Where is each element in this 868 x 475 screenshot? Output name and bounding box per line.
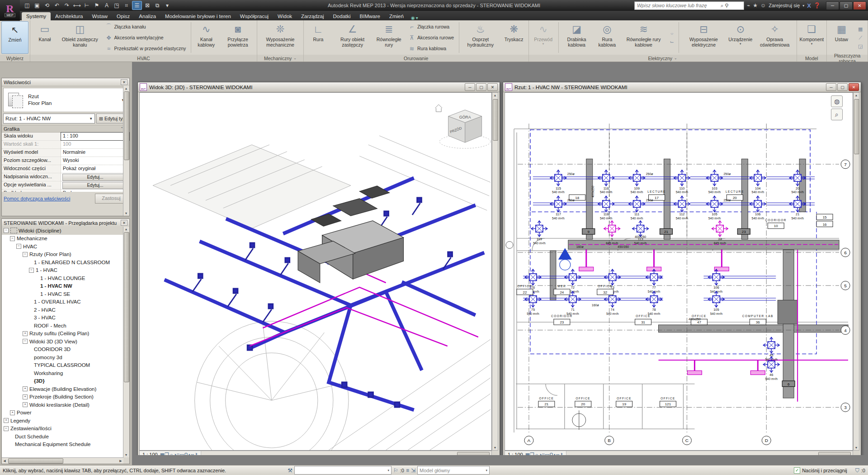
reference-plane-button[interactable]: ⟋: [856, 34, 864, 41]
duct-placeholder-button[interactable]: ◫Obiekt zastępczy kanału: [59, 21, 101, 54]
collapse-icon[interactable]: −: [23, 339, 28, 344]
unlock-view-icon[interactable]: ⚷: [194, 452, 198, 456]
riser-tag[interactable]: 9: [582, 228, 595, 234]
tree-item[interactable]: +Elewacje (Building Elevation): [2, 385, 123, 393]
close-icon[interactable]: ✕: [121, 220, 127, 226]
cable-tray-button[interactable]: ◪Drabinka kablowa: [560, 21, 593, 54]
view-window-plan-titlebar[interactable]: RVT Rzut: 1 - HVAC NW - STEROWANIE WIDOK…: [503, 82, 861, 92]
expand-icon[interactable]: +: [23, 394, 28, 399]
tree-item[interactable]: 3 - HVAC: [2, 314, 123, 322]
flex-pipe-button[interactable]: ≋Rura kablowa: [407, 44, 455, 53]
room-tag[interactable]: OFFICE121: [660, 397, 676, 407]
supply-air-terminal[interactable]: 110540 m³/h: [674, 170, 690, 194]
tree-item[interactable]: Mechanical Equipment Schedule: [2, 441, 123, 449]
graphics-section-header[interactable]: Grafika ⌃ ⌄: [2, 125, 129, 133]
riser-tag[interactable]: 21: [660, 228, 673, 234]
communication-center-icon[interactable]: ⌁: [747, 2, 750, 9]
filter-icon[interactable]: ⛉: [855, 467, 859, 474]
supply-air-terminal[interactable]: 119540 m³/h: [531, 221, 547, 245]
close-view-button[interactable]: ✕: [849, 83, 859, 91]
set-workplane-button[interactable]: ▦Ustaw: [828, 21, 854, 54]
zoom-button[interactable]: ⌕: [831, 109, 843, 120]
tree-item[interactable]: −HVAC: [2, 242, 123, 251]
active-workset-select[interactable]: ▾: [294, 466, 392, 475]
shadows-icon[interactable]: ◑: [174, 452, 177, 456]
tree-item[interactable]: −Zestawienia/Ilości: [2, 425, 123, 433]
viewcube[interactable]: GÓRA PRZÓD: [435, 104, 491, 148]
editable-only-icon[interactable]: ⚐: [393, 467, 398, 474]
room-tag[interactable]: OFFICE21: [538, 397, 555, 407]
open-icon[interactable]: ◫: [23, 1, 32, 10]
tree-item[interactable]: −Mechaniczne: [2, 235, 123, 243]
temporary-hide-isolate-icon[interactable]: ◖: [188, 452, 191, 456]
tree-item[interactable]: +Power: [2, 409, 123, 417]
duct-fitting-button[interactable]: ⌒Złączka kanału: [104, 22, 188, 31]
plan-pipes[interactable]: [569, 245, 848, 402]
keyword-icon[interactable]: ⚲: [725, 3, 728, 9]
tree-item[interactable]: 1 - HVAC NW: [2, 282, 123, 290]
signin-dropdown-icon[interactable]: ▾: [802, 4, 804, 8]
type-selector[interactable]: Rzut Floor Plan ▼: [3, 88, 128, 112]
supply-air-terminal[interactable]: 115540 m³/h: [550, 170, 566, 194]
panel-label-mechaniczny[interactable]: Mechaniczny⌄: [257, 55, 303, 62]
room-tag[interactable]: OFFICE31: [635, 315, 651, 325]
unlock-view-icon[interactable]: ⚷: [560, 452, 563, 456]
tab-współpracuj[interactable]: Współpracuj: [236, 12, 273, 20]
tab-options-dropdown[interactable]: ◉▾: [411, 15, 418, 20]
electrical-equipment-button[interactable]: ⊟Wyposażenie elektryczne: [681, 21, 726, 54]
room-tag[interactable]: COMPUTER LAB36: [742, 315, 774, 325]
tab-systemy[interactable]: Systemy: [22, 12, 51, 20]
plan-vscrollbar[interactable]: ▲▼: [853, 92, 859, 451]
tab-dodatki[interactable]: Dodatki: [329, 12, 355, 20]
room-tag[interactable]: 16: [816, 221, 833, 227]
application-menu-button[interactable]: R MEP: [0, 0, 20, 21]
supply-air-terminal[interactable]: 78540 m³/h: [646, 291, 662, 315]
plan-hscrollbar[interactable]: [566, 451, 853, 455]
riser-tag[interactable]: 6: [782, 381, 795, 387]
tree-item[interactable]: 1 - HVAC LOUNGE: [2, 274, 123, 282]
restore-view-button[interactable]: ▢: [837, 83, 848, 91]
thin-lines-icon[interactable]: ☰: [132, 1, 142, 10]
view3d-vscrollbar[interactable]: ▲▼: [492, 92, 498, 451]
supply-air-terminal[interactable]: 109540 m³/h: [629, 170, 645, 194]
tree-item[interactable]: Duct Schedule: [2, 432, 123, 441]
room-tag[interactable]: COORIDOR10: [765, 218, 787, 229]
view3d-hscrollbar[interactable]: [201, 451, 491, 455]
properties-scrollbar[interactable]: ▲▼: [123, 86, 129, 216]
favorites-icon[interactable]: ★: [753, 2, 758, 9]
shadows-icon[interactable]: ◑: [539, 452, 542, 456]
aligned-dimension-icon[interactable]: ⊢: [82, 1, 91, 10]
supply-air-terminal[interactable]: 117540 m³/h: [550, 196, 566, 220]
panel-label-model[interactable]: Model: [797, 55, 827, 62]
visual-style-icon[interactable]: ❒: [530, 452, 534, 456]
supply-air-terminal[interactable]: 106540 m³/h: [708, 269, 724, 293]
minimize-view-button[interactable]: ─: [465, 83, 475, 91]
panel-label-elektryczny[interactable]: Elektryczny⌄: [529, 55, 797, 62]
pipe-placeholder-button[interactable]: ∠Rury obiekt zastępczy: [332, 21, 373, 54]
tree-item[interactable]: −Widoki (Discipline): [2, 227, 123, 235]
tree-item[interactable]: 1 - ENLARGED N CLASSROOM: [2, 258, 123, 266]
pipe-accessory-button[interactable]: ⊼Akcesoria rurowe: [407, 33, 455, 42]
supply-air-terminal[interactable]: 116540 m³/h: [598, 170, 614, 194]
expand-icon[interactable]: +: [4, 418, 9, 423]
tab-wstaw[interactable]: Wstaw: [87, 12, 112, 20]
edit-button[interactable]: Edytuj...: [62, 174, 128, 181]
text-icon[interactable]: A: [102, 1, 111, 10]
duct-network[interactable]: [166, 179, 482, 409]
view-scale[interactable]: 1 : 100: [508, 452, 523, 455]
search-icon[interactable]: ⌕: [721, 3, 723, 9]
plumbing-fixture-button[interactable]: ♨Osprzęt hydrauliczny: [461, 21, 500, 54]
signin-person-icon[interactable]: ☺: [760, 2, 766, 9]
device-button[interactable]: ⊙Urządzenie▾: [727, 21, 754, 54]
project-browser-header[interactable]: STEROWANIE WIDOKAMI - Przeglądarka proje…: [2, 219, 129, 227]
search-box[interactable]: ⌕ ⚲: [634, 1, 744, 10]
convert-to-flex-duct-button[interactable]: ≈Przekształć w przewód elastyczny: [104, 44, 188, 53]
full-navigation-wheel-button[interactable]: ◍: [831, 95, 843, 107]
tree-item[interactable]: +Przekroje (Building Section): [2, 393, 123, 401]
redo-icon[interactable]: ↷: [62, 1, 71, 10]
dialog-launcher-icon[interactable]: ⌄: [674, 56, 677, 60]
cable-tray-fitting-button[interactable]: ⌔: [668, 30, 676, 37]
collapse-icon[interactable]: −: [16, 244, 21, 249]
tab-opisz[interactable]: Opisz: [112, 12, 134, 20]
collapse-icon[interactable]: −: [4, 228, 9, 233]
